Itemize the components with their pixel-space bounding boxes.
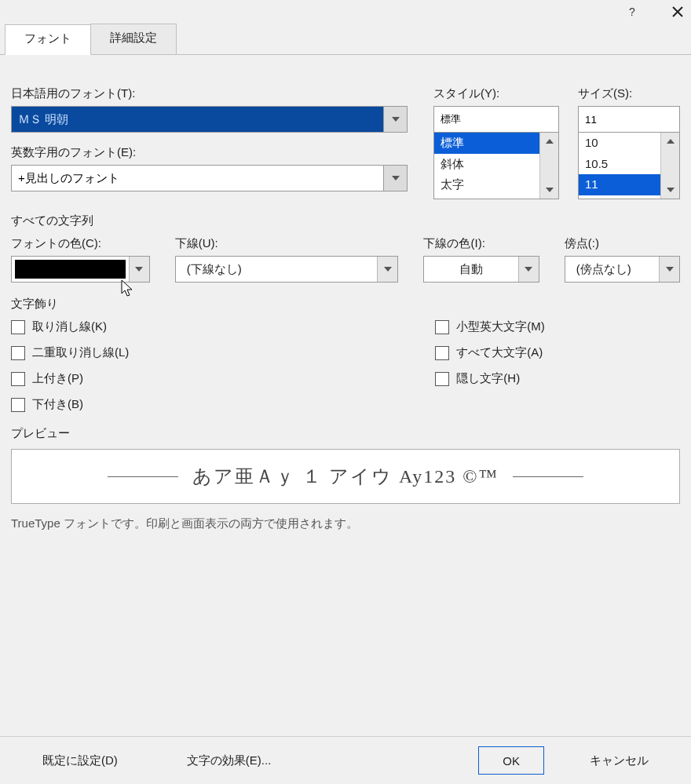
chevron-down-icon[interactable]: [518, 257, 539, 282]
tab-font[interactable]: フォント: [5, 24, 91, 55]
close-icon[interactable]: [669, 3, 686, 20]
text-effects-button[interactable]: 文字の効果(E)...: [163, 746, 295, 775]
size-label: サイズ(S):: [578, 86, 680, 101]
superscript-checkbox[interactable]: 上付き(P): [11, 371, 129, 386]
japanese-font-combo[interactable]: ＭＳ 明朝: [11, 106, 408, 133]
font-panel: 日本語用のフォント(T): ＭＳ 明朝 英数字用のフォント(E): スタイル(Y…: [0, 55, 691, 542]
effects-checks: 取り消し線(K) 二重取り消し線(L) 上付き(P) 下付き(B) 小型英大文字…: [11, 319, 680, 412]
checkbox-label: 隠し文字(H): [456, 371, 520, 386]
small-caps-checkbox[interactable]: 小型英大文字(M): [435, 319, 545, 334]
japanese-font-value[interactable]: ＭＳ 明朝: [12, 107, 383, 132]
underline-color-value: 自動: [424, 257, 517, 282]
emphasis-combo[interactable]: (傍点なし): [565, 256, 680, 283]
ok-button[interactable]: OK: [478, 746, 544, 775]
latin-font-value[interactable]: [12, 166, 383, 191]
style-listbox[interactable]: 標準 斜体 太字: [433, 132, 559, 199]
checkbox-box: [435, 320, 449, 334]
preview-underline-right: [513, 476, 583, 477]
checkbox-box: [11, 372, 25, 386]
tab-advanced[interactable]: 詳細設定: [90, 24, 177, 54]
font-color-combo[interactable]: [11, 256, 150, 283]
chevron-up-icon[interactable]: [661, 133, 679, 150]
all-caps-checkbox[interactable]: すべて大文字(A): [435, 345, 545, 360]
checkbox-box: [435, 346, 449, 360]
tab-font-label: フォント: [24, 31, 71, 45]
set-default-label: 既定に設定(D): [42, 753, 118, 768]
preview-underline-left: [108, 476, 178, 477]
size-input[interactable]: [578, 106, 680, 133]
emphasis-label: 傍点(:): [565, 236, 680, 251]
font-color-label: フォントの色(C):: [11, 236, 150, 251]
dialog-footer: 既定に設定(D) 文字の効果(E)... OK キャンセル: [0, 736, 691, 784]
underline-color-combo[interactable]: 自動: [423, 256, 539, 283]
emphasis-value: (傍点なし): [565, 257, 659, 282]
dialog-titlebar: ?: [0, 0, 691, 24]
svg-text:?: ?: [629, 6, 635, 17]
chevron-down-icon[interactable]: [383, 107, 407, 132]
style-label: スタイル(Y):: [433, 86, 559, 101]
chevron-down-icon[interactable]: [540, 181, 558, 199]
chevron-down-icon[interactable]: [129, 257, 149, 282]
cancel-button[interactable]: キャンセル: [566, 746, 672, 775]
truetype-note: TrueType フォントです。印刷と画面表示の両方で使用されます。: [11, 516, 680, 531]
effects-group-label: 文字飾り: [11, 297, 680, 312]
all-text-group-label: すべての文字列: [11, 213, 680, 228]
preview-text: あア亜Ａｙ １ アイウ Ay123 ©™: [192, 464, 499, 489]
checkbox-label: 小型英大文字(M): [456, 319, 545, 334]
double-strikethrough-checkbox[interactable]: 二重取り消し線(L): [11, 345, 129, 360]
cancel-label: キャンセル: [590, 753, 649, 768]
chevron-down-icon[interactable]: [661, 181, 679, 199]
checkbox-label: 下付き(B): [32, 397, 83, 412]
help-icon[interactable]: ?: [623, 3, 641, 20]
checkbox-label: 上付き(P): [32, 371, 83, 386]
checkbox-label: 二重取り消し線(L): [32, 345, 129, 360]
scrollbar-track[interactable]: [661, 150, 679, 181]
checkbox-box: [11, 320, 25, 334]
latin-font-label: 英数字用のフォント(E):: [11, 145, 415, 160]
preview-group-label: プレビュー: [11, 426, 680, 441]
subscript-checkbox[interactable]: 下付き(B): [11, 397, 129, 412]
ok-label: OK: [503, 754, 520, 768]
checkbox-box: [11, 346, 25, 360]
style-input[interactable]: [433, 106, 559, 133]
chevron-up-icon[interactable]: [540, 133, 558, 150]
scrollbar-track[interactable]: [540, 150, 558, 181]
text-effects-label: 文字の効果(E)...: [187, 753, 272, 768]
underline-color-label: 下線の色(I):: [423, 236, 539, 251]
chevron-down-icon[interactable]: [659, 257, 679, 282]
scrollbar[interactable]: [539, 133, 558, 199]
size-listbox[interactable]: 10 10.5 11: [578, 132, 680, 199]
checkbox-box: [11, 398, 25, 412]
latin-font-combo[interactable]: [11, 165, 408, 191]
checkbox-label: 取り消し線(K): [32, 319, 107, 334]
japanese-font-label: 日本語用のフォント(T):: [11, 86, 415, 101]
tab-bar: フォント 詳細設定: [0, 24, 691, 55]
strikethrough-checkbox[interactable]: 取り消し線(K): [11, 319, 129, 334]
color-swatch: [15, 260, 126, 279]
chevron-down-icon[interactable]: [383, 166, 407, 191]
underline-value: (下線なし): [176, 257, 378, 282]
checkbox-label: すべて大文字(A): [456, 345, 543, 360]
preview-box: あア亜Ａｙ １ アイウ Ay123 ©™: [11, 449, 680, 504]
underline-combo[interactable]: (下線なし): [175, 256, 399, 283]
scrollbar[interactable]: [660, 133, 679, 199]
chevron-down-icon[interactable]: [377, 257, 397, 282]
tab-advanced-label: 詳細設定: [110, 31, 157, 44]
underline-label: 下線(U):: [175, 236, 399, 251]
set-default-button[interactable]: 既定に設定(D): [19, 746, 141, 775]
checkbox-box: [435, 372, 449, 386]
hidden-checkbox[interactable]: 隠し文字(H): [435, 371, 545, 386]
